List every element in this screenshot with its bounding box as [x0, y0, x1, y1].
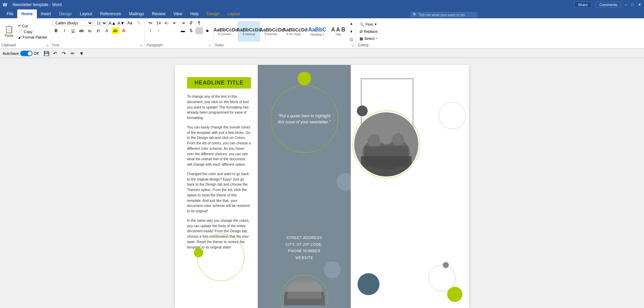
quote-text: “Put a quote here to highlight this issu…	[278, 113, 331, 125]
copy-icon: 📄	[18, 29, 23, 34]
replace-button[interactable]: ⇄ Replace	[358, 29, 379, 34]
change-case-button[interactable]: Aa	[126, 20, 134, 26]
autosave-switch[interactable]	[20, 51, 32, 56]
increase-font-button[interactable]: A▲	[109, 20, 116, 26]
columns-button[interactable]: ▬	[179, 27, 187, 34]
style-normal2[interactable]: AaBbCcDd ¶ Normal...	[261, 21, 283, 42]
paragraph-dialog-button[interactable]: ↘	[208, 44, 211, 47]
title-bar-right: Share Comments – □ ✕	[574, 2, 641, 8]
style-normal2-preview: AaBbCcDd	[260, 27, 284, 32]
bullets-button[interactable]: •≡	[147, 20, 154, 26]
style-normal[interactable]: AaBbCcDd ¶ Normal	[238, 21, 260, 42]
outline-circle-top-right	[439, 102, 466, 129]
style-nospace[interactable]: AaBbCcDd ¶ No Spac...	[284, 21, 306, 42]
maximize-icon[interactable]: □	[631, 2, 634, 7]
align-center-button[interactable]: ⁝	[155, 27, 162, 34]
styles-dialog-button[interactable]: ↘	[351, 44, 354, 47]
font-size-select[interactable]: 11	[94, 20, 107, 26]
format-painter-button[interactable]: 🖌 Format Painter	[17, 35, 49, 40]
select-button[interactable]: ▦ Select ~	[358, 36, 379, 42]
paragraph-group: •≡ 1≡ ≡↓ ⇤ ⇥ ⇵ ¶ ⁞ ⁝ ⁠ ▬ ⇅ ■ Paragraph ↘	[145, 19, 213, 48]
numbering-button[interactable]: 1≡	[155, 20, 162, 26]
svg-rect-2	[288, 282, 321, 299]
draw-button[interactable]: ✏	[69, 50, 76, 57]
green-dot-top	[298, 72, 311, 85]
style-title[interactable]: A A B Title	[328, 21, 348, 42]
redo-button[interactable]: ↷	[60, 50, 68, 57]
tab-insert[interactable]: Insert	[37, 9, 55, 18]
paragraph-group-label-row: Paragraph ↘	[147, 43, 211, 47]
dark-circle-bottom-left	[358, 273, 380, 295]
italic-button[interactable]: I	[61, 27, 68, 34]
subscript-button[interactable]: x₂	[86, 27, 94, 34]
share-button[interactable]: Share	[574, 2, 592, 8]
clipboard-label: Clipboard	[1, 43, 16, 47]
underline-button[interactable]: U	[69, 27, 77, 34]
bold-button[interactable]: B	[52, 27, 60, 34]
tab-view[interactable]: View	[169, 9, 186, 18]
outline-circle-bottom-right	[429, 265, 456, 292]
tab-mailings[interactable]: Mailings	[125, 9, 148, 18]
paste-button[interactable]: 📋 Paste	[1, 25, 17, 38]
font-dialog-button[interactable]: ↘	[140, 44, 142, 47]
superscript-button[interactable]: x²	[95, 27, 102, 34]
body-paragraph-2[interactable]: You can easily change the overall colors…	[187, 125, 251, 167]
justify-button[interactable]: ⁠	[171, 27, 179, 34]
styles-expand[interactable]: ◫	[349, 37, 354, 42]
sort-button[interactable]: ⇵	[187, 20, 195, 26]
save-button[interactable]: 💾	[43, 50, 50, 57]
mid-bottom-section	[264, 268, 344, 302]
quote-circle[interactable]: “Put a quote here to highlight this issu…	[271, 85, 338, 153]
strikethrough-button[interactable]: ab	[78, 27, 85, 34]
tab-file[interactable]: File	[3, 9, 17, 18]
style-heading1[interactable]: AaBbC Heading 1	[307, 21, 327, 42]
gray-dot-bottom	[324, 261, 341, 278]
search-placeholder: Tell me what you want to do	[419, 13, 465, 17]
font-color-button[interactable]: A	[120, 27, 128, 34]
align-left-button[interactable]: ⁞	[147, 27, 154, 34]
undo-button[interactable]: ↶	[51, 50, 59, 57]
text-effects-button[interactable]: A	[103, 27, 111, 34]
headline-box[interactable]: HEADLINE TITLE	[187, 77, 251, 89]
search-bar[interactable]: 🔍 Tell me what you want to do	[410, 12, 478, 18]
clipboard-dialog-button[interactable]: ↘	[46, 44, 49, 47]
tab-design2-contextual[interactable]: Design	[203, 9, 223, 18]
body-paragraph-3[interactable]: Changed the color and want to go back to…	[187, 171, 251, 214]
more-button[interactable]: ▼	[78, 50, 85, 57]
shading-button[interactable]	[196, 27, 203, 34]
line-spacing-button[interactable]: ⇅	[187, 27, 195, 34]
show-hide-button[interactable]: ¶	[196, 20, 203, 26]
copy-button[interactable]: 📄 Copy	[17, 29, 49, 34]
clear-format-button[interactable]: ␔	[135, 20, 142, 26]
comments-button[interactable]: Comments	[596, 2, 621, 8]
style-contact[interactable]: AaBbCcDd ¶ Contact...	[215, 21, 237, 42]
minimize-icon[interactable]: –	[625, 2, 627, 7]
highlight-button[interactable]: ab	[112, 27, 119, 34]
font-family-select[interactable]: Calibri (Body)	[52, 20, 93, 26]
font-group: Calibri (Body) 11 A▲ A▼ Aa ␔ B I U ab x₂…	[50, 19, 145, 48]
tab-layout[interactable]: Layout	[76, 9, 96, 18]
address-block[interactable]: STREET ADDRESS CITY, ST ZIP CODE. PHONE …	[285, 235, 323, 261]
tab-home[interactable]: Home	[17, 9, 37, 18]
style-normal-preview: AaBbCcDd	[237, 27, 261, 32]
find-button[interactable]: 🔍 Find ▼	[358, 22, 379, 27]
tab-references[interactable]: References	[96, 9, 125, 18]
cut-button[interactable]: ✂ Cut	[17, 23, 49, 28]
body-paragraph-1[interactable]: To change any of the text in this docume…	[187, 94, 251, 121]
select-icon: ▦	[360, 37, 363, 41]
increase-indent-button[interactable]: ⇥	[179, 20, 187, 26]
decrease-indent-button[interactable]: ⇤	[171, 20, 179, 26]
close-icon[interactable]: ✕	[638, 2, 641, 7]
decrease-font-button[interactable]: A▼	[117, 20, 125, 26]
tab-layout2-contextual[interactable]: Layout	[224, 9, 244, 18]
tab-help[interactable]: Help	[186, 9, 203, 18]
tab-design-contextual[interactable]: Design	[55, 9, 76, 18]
style-title-preview: A A B	[331, 27, 345, 33]
align-right-button[interactable]	[163, 27, 170, 34]
multilevel-button[interactable]: ≡↓	[163, 20, 170, 26]
styles-scroll-up[interactable]: ▲	[349, 21, 354, 26]
styles-scroll-down[interactable]: ▼	[349, 29, 354, 34]
styles-group-label-row: Styles ↘	[215, 43, 354, 47]
tab-review[interactable]: Review	[148, 9, 169, 18]
borders-button[interactable]: ■	[204, 27, 211, 34]
